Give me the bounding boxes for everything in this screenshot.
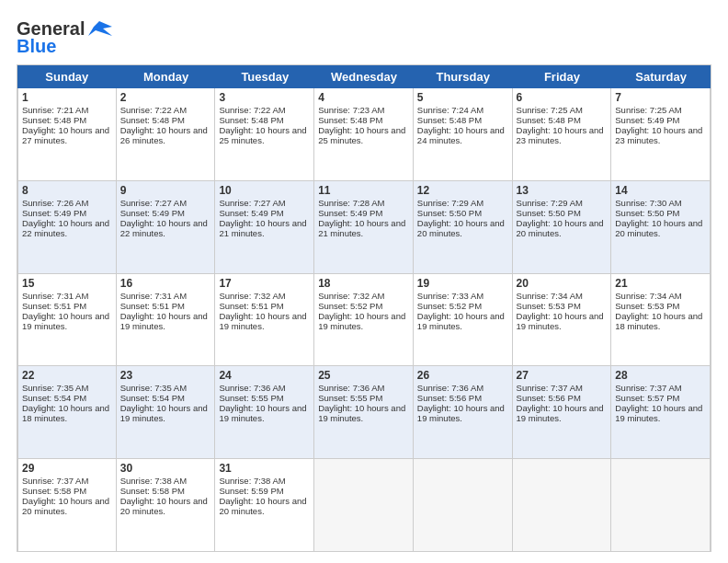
sunset-text: Sunset: 5:50 PM [615,208,706,218]
calendar-cell: 31Sunrise: 7:38 AMSunset: 5:59 PMDayligh… [215,459,314,551]
daylight-text: Daylight: 10 hours and 23 minutes. [517,125,608,145]
daylight-text: Daylight: 10 hours and 20 minutes. [615,218,706,238]
sunset-text: Sunset: 5:50 PM [417,208,508,218]
sunset-text: Sunset: 5:50 PM [517,208,608,218]
daylight-text: Daylight: 10 hours and 20 minutes. [22,496,112,516]
sunset-text: Sunset: 5:49 PM [219,208,310,218]
daylight-text: Daylight: 10 hours and 20 minutes. [219,496,310,516]
calendar-cell: 12Sunrise: 7:29 AMSunset: 5:50 PMDayligh… [414,181,513,273]
calendar-week-4: 22Sunrise: 7:35 AMSunset: 5:54 PMDayligh… [17,366,711,459]
calendar-cell: 6Sunrise: 7:25 AMSunset: 5:48 PMDaylight… [513,88,612,180]
calendar-cell: 4Sunrise: 7:23 AMSunset: 5:48 PMDaylight… [314,88,414,180]
daylight-text: Daylight: 10 hours and 21 minutes. [219,218,310,238]
calendar-header: SundayMondayTuesdayWednesdayThursdayFrid… [17,65,711,88]
sunset-text: Sunset: 5:48 PM [318,115,409,125]
daylight-text: Daylight: 10 hours and 19 minutes. [22,311,112,331]
sunrise-text: Sunrise: 7:23 AM [318,105,409,115]
sunrise-text: Sunrise: 7:36 AM [318,383,409,393]
calendar-cell: 3Sunrise: 7:22 AMSunset: 5:48 PMDaylight… [215,88,314,180]
day-number: 25 [318,369,409,382]
calendar-cell: 19Sunrise: 7:33 AMSunset: 5:52 PMDayligh… [414,274,513,366]
sunrise-text: Sunrise: 7:21 AM [22,105,112,115]
calendar-cell: 14Sunrise: 7:30 AMSunset: 5:50 PMDayligh… [611,181,711,273]
day-number: 8 [22,184,112,197]
calendar-cell: 25Sunrise: 7:36 AMSunset: 5:55 PMDayligh… [314,366,414,458]
day-number: 31 [219,462,310,475]
daylight-text: Daylight: 10 hours and 19 minutes. [219,311,310,331]
day-number: 3 [219,91,310,104]
sunset-text: Sunset: 5:55 PM [219,393,310,403]
sunset-text: Sunset: 5:48 PM [120,115,211,125]
logo: General Blue [17,18,112,57]
calendar-cell: 21Sunrise: 7:34 AMSunset: 5:53 PMDayligh… [611,274,711,366]
sunset-text: Sunset: 5:48 PM [219,115,310,125]
calendar-cell: 23Sunrise: 7:35 AMSunset: 5:54 PMDayligh… [117,366,216,458]
sunset-text: Sunset: 5:56 PM [417,393,508,403]
sunrise-text: Sunrise: 7:31 AM [22,291,112,301]
calendar-cell: 18Sunrise: 7:32 AMSunset: 5:52 PMDayligh… [314,274,414,366]
sunrise-text: Sunrise: 7:36 AM [417,383,508,393]
sunrise-text: Sunrise: 7:38 AM [219,476,310,486]
sunrise-text: Sunrise: 7:25 AM [517,105,608,115]
calendar-cell: 28Sunrise: 7:37 AMSunset: 5:57 PMDayligh… [611,366,711,458]
daylight-text: Daylight: 10 hours and 25 minutes. [219,125,310,145]
sunset-text: Sunset: 5:53 PM [517,301,608,311]
day-number: 28 [615,369,706,382]
day-number: 5 [417,91,508,104]
sunrise-text: Sunrise: 7:35 AM [22,383,112,393]
sunrise-text: Sunrise: 7:38 AM [120,476,211,486]
day-number: 23 [120,369,211,382]
svg-marker-0 [88,21,112,36]
sunset-text: Sunset: 5:59 PM [219,486,310,496]
daylight-text: Daylight: 10 hours and 19 minutes. [517,311,608,331]
sunset-text: Sunset: 5:49 PM [120,208,211,218]
daylight-text: Daylight: 10 hours and 26 minutes. [120,125,211,145]
day-number: 18 [318,277,409,290]
calendar-week-5: 29Sunrise: 7:37 AMSunset: 5:58 PMDayligh… [17,459,711,551]
daylight-text: Daylight: 10 hours and 19 minutes. [615,403,706,423]
sunrise-text: Sunrise: 7:29 AM [417,198,508,208]
calendar-body: 1Sunrise: 7:21 AMSunset: 5:48 PMDaylight… [17,88,711,551]
day-number: 1 [22,91,112,104]
day-number: 15 [22,277,112,290]
day-number: 24 [219,369,310,382]
sunrise-text: Sunrise: 7:27 AM [219,198,310,208]
sunset-text: Sunset: 5:56 PM [517,393,608,403]
sunset-text: Sunset: 5:53 PM [615,301,706,311]
sunset-text: Sunset: 5:51 PM [219,301,310,311]
daylight-text: Daylight: 10 hours and 23 minutes. [615,125,706,145]
daylight-text: Daylight: 10 hours and 20 minutes. [120,496,211,516]
sunset-text: Sunset: 5:48 PM [417,115,508,125]
calendar-header-sunday: Sunday [17,65,117,88]
sunrise-text: Sunrise: 7:24 AM [417,105,508,115]
sunrise-text: Sunrise: 7:34 AM [517,291,608,301]
sunrise-text: Sunrise: 7:22 AM [219,105,310,115]
day-number: 30 [120,462,211,475]
daylight-text: Daylight: 10 hours and 20 minutes. [417,218,508,238]
day-number: 4 [318,91,409,104]
day-number: 16 [120,277,211,290]
calendar-cell: 2Sunrise: 7:22 AMSunset: 5:48 PMDaylight… [117,88,216,180]
day-number: 21 [615,277,706,290]
calendar-week-2: 8Sunrise: 7:26 AMSunset: 5:49 PMDaylight… [17,181,711,274]
sunrise-text: Sunrise: 7:29 AM [517,198,608,208]
sunset-text: Sunset: 5:52 PM [417,301,508,311]
sunrise-text: Sunrise: 7:26 AM [22,198,112,208]
calendar-cell: 11Sunrise: 7:28 AMSunset: 5:49 PMDayligh… [314,181,414,273]
calendar-cell: 26Sunrise: 7:36 AMSunset: 5:56 PMDayligh… [414,366,513,458]
day-number: 27 [517,369,608,382]
calendar-cell: 20Sunrise: 7:34 AMSunset: 5:53 PMDayligh… [513,274,612,366]
logo-bird-icon [86,19,112,40]
calendar-cell: 8Sunrise: 7:26 AMSunset: 5:49 PMDaylight… [17,181,117,273]
sunset-text: Sunset: 5:48 PM [22,115,112,125]
sunrise-text: Sunrise: 7:32 AM [219,291,310,301]
calendar-header-monday: Monday [117,65,216,88]
day-number: 20 [517,277,608,290]
sunset-text: Sunset: 5:48 PM [517,115,608,125]
daylight-text: Daylight: 10 hours and 19 minutes. [417,403,508,423]
sunset-text: Sunset: 5:54 PM [120,393,211,403]
calendar-cell: 1Sunrise: 7:21 AMSunset: 5:48 PMDaylight… [17,88,117,180]
daylight-text: Daylight: 10 hours and 25 minutes. [318,125,409,145]
day-number: 26 [417,369,508,382]
main-container: General Blue SundayMondayTuesdayWednesda… [0,0,728,563]
